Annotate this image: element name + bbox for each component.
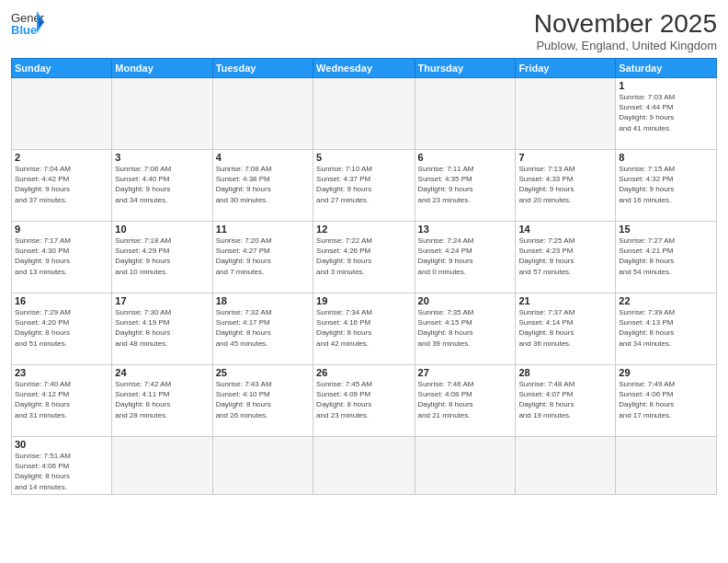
day-number: 25 (216, 367, 310, 378)
day-number: 3 (115, 152, 209, 163)
logo: General Blue (11, 9, 44, 37)
table-row: 15Sunrise: 7:27 AMSunset: 4:21 PMDayligh… (616, 222, 717, 293)
day-number: 16 (15, 295, 108, 306)
day-info: Sunrise: 7:18 AMSunset: 4:29 PMDaylight:… (115, 236, 209, 277)
table-row: 9Sunrise: 7:17 AMSunset: 4:30 PMDaylight… (12, 222, 112, 293)
day-number: 4 (216, 152, 310, 163)
day-number: 10 (115, 224, 209, 235)
table-row: 18Sunrise: 7:32 AMSunset: 4:17 PMDayligh… (212, 293, 313, 365)
day-info: Sunrise: 7:51 AMSunset: 4:06 PMDaylight:… (15, 451, 108, 492)
table-row (212, 437, 313, 495)
table-row: 26Sunrise: 7:45 AMSunset: 4:09 PMDayligh… (313, 365, 415, 437)
table-row: 28Sunrise: 7:48 AMSunset: 4:07 PMDayligh… (516, 365, 616, 437)
day-info: Sunrise: 7:20 AMSunset: 4:27 PMDaylight:… (216, 236, 310, 277)
day-number: 24 (115, 367, 209, 378)
day-info: Sunrise: 7:35 AMSunset: 4:15 PMDaylight:… (418, 307, 513, 349)
table-row: 12Sunrise: 7:22 AMSunset: 4:26 PMDayligh… (313, 222, 415, 293)
day-info: Sunrise: 7:39 AMSunset: 4:13 PMDaylight:… (619, 307, 713, 349)
table-row: 20Sunrise: 7:35 AMSunset: 4:15 PMDayligh… (415, 293, 516, 365)
day-info: Sunrise: 7:43 AMSunset: 4:10 PMDaylight:… (216, 379, 310, 420)
table-row: 23Sunrise: 7:40 AMSunset: 4:12 PMDayligh… (12, 365, 112, 437)
table-row (516, 78, 616, 150)
day-info: Sunrise: 7:08 AMSunset: 4:38 PMDaylight:… (216, 164, 310, 205)
day-number: 6 (418, 152, 513, 163)
day-number: 27 (418, 367, 513, 378)
table-row (12, 78, 112, 150)
col-sunday: Sunday (12, 59, 112, 78)
day-number: 14 (518, 224, 612, 235)
table-row: 19Sunrise: 7:34 AMSunset: 4:16 PMDayligh… (313, 293, 415, 365)
table-row: 22Sunrise: 7:39 AMSunset: 4:13 PMDayligh… (616, 293, 717, 365)
table-row: 24Sunrise: 7:42 AMSunset: 4:11 PMDayligh… (112, 365, 212, 437)
table-row (112, 78, 212, 150)
day-info: Sunrise: 7:11 AMSunset: 4:35 PMDaylight:… (418, 164, 513, 205)
day-info: Sunrise: 7:17 AMSunset: 4:30 PMDaylight:… (15, 236, 108, 277)
col-thursday: Thursday (415, 59, 516, 78)
table-row (313, 437, 415, 495)
col-tuesday: Tuesday (212, 59, 313, 78)
table-row: 16Sunrise: 7:29 AMSunset: 4:20 PMDayligh… (12, 293, 112, 365)
col-monday: Monday (112, 59, 212, 78)
header: General Blue November 2025 Publow, Engla… (11, 9, 717, 52)
table-row (616, 437, 717, 495)
table-row: 10Sunrise: 7:18 AMSunset: 4:29 PMDayligh… (112, 222, 212, 293)
month-title: November 2025 (534, 9, 717, 39)
table-row: 11Sunrise: 7:20 AMSunset: 4:27 PMDayligh… (212, 222, 313, 293)
col-wednesday: Wednesday (313, 59, 415, 78)
table-row: 3Sunrise: 7:06 AMSunset: 4:40 PMDaylight… (112, 150, 212, 222)
day-info: Sunrise: 7:22 AMSunset: 4:26 PMDaylight:… (316, 236, 411, 277)
day-info: Sunrise: 7:24 AMSunset: 4:24 PMDaylight:… (418, 236, 513, 277)
day-info: Sunrise: 7:06 AMSunset: 4:40 PMDaylight:… (115, 164, 209, 205)
location: Publow, England, United Kingdom (534, 39, 717, 52)
table-row: 25Sunrise: 7:43 AMSunset: 4:10 PMDayligh… (212, 365, 313, 437)
day-info: Sunrise: 7:48 AMSunset: 4:07 PMDaylight:… (518, 379, 612, 420)
day-number: 8 (619, 152, 713, 163)
table-row: 8Sunrise: 7:15 AMSunset: 4:32 PMDaylight… (616, 150, 717, 222)
table-row (516, 437, 616, 495)
day-info: Sunrise: 7:34 AMSunset: 4:16 PMDaylight:… (316, 307, 411, 349)
day-number: 29 (619, 367, 713, 378)
table-row: 2Sunrise: 7:04 AMSunset: 4:42 PMDaylight… (12, 150, 112, 222)
table-row: 6Sunrise: 7:11 AMSunset: 4:35 PMDaylight… (415, 150, 516, 222)
table-row (112, 437, 212, 495)
table-row: 30Sunrise: 7:51 AMSunset: 4:06 PMDayligh… (12, 437, 112, 495)
day-info: Sunrise: 7:40 AMSunset: 4:12 PMDaylight:… (15, 379, 108, 420)
day-number: 20 (418, 295, 513, 306)
table-row: 27Sunrise: 7:46 AMSunset: 4:08 PMDayligh… (415, 365, 516, 437)
calendar-table: Sunday Monday Tuesday Wednesday Thursday… (11, 58, 717, 495)
table-row: 13Sunrise: 7:24 AMSunset: 4:24 PMDayligh… (415, 222, 516, 293)
day-info: Sunrise: 7:49 AMSunset: 4:06 PMDaylight:… (619, 379, 713, 420)
day-number: 9 (15, 224, 108, 235)
day-info: Sunrise: 7:27 AMSunset: 4:21 PMDaylight:… (619, 236, 713, 277)
day-info: Sunrise: 7:13 AMSunset: 4:33 PMDaylight:… (518, 164, 612, 205)
day-info: Sunrise: 7:45 AMSunset: 4:09 PMDaylight:… (316, 379, 411, 420)
day-number: 23 (15, 367, 108, 378)
col-friday: Friday (516, 59, 616, 78)
day-number: 21 (518, 295, 612, 306)
table-row: 21Sunrise: 7:37 AMSunset: 4:14 PMDayligh… (516, 293, 616, 365)
day-info: Sunrise: 7:30 AMSunset: 4:19 PMDaylight:… (115, 307, 209, 349)
table-row: 14Sunrise: 7:25 AMSunset: 4:23 PMDayligh… (516, 222, 616, 293)
svg-text:Blue: Blue (11, 23, 37, 37)
title-section: November 2025 Publow, England, United Ki… (534, 9, 717, 52)
logo-icon: General Blue (11, 9, 44, 37)
day-number: 12 (316, 224, 411, 235)
day-info: Sunrise: 7:42 AMSunset: 4:11 PMDaylight:… (115, 379, 209, 420)
day-number: 7 (518, 152, 612, 163)
col-saturday: Saturday (616, 59, 717, 78)
day-info: Sunrise: 7:37 AMSunset: 4:14 PMDaylight:… (518, 307, 612, 349)
day-info: Sunrise: 7:46 AMSunset: 4:08 PMDaylight:… (418, 379, 513, 420)
day-number: 15 (619, 224, 713, 235)
day-number: 11 (216, 224, 310, 235)
table-row (415, 437, 516, 495)
table-row: 29Sunrise: 7:49 AMSunset: 4:06 PMDayligh… (616, 365, 717, 437)
table-row: 7Sunrise: 7:13 AMSunset: 4:33 PMDaylight… (516, 150, 616, 222)
day-info: Sunrise: 7:15 AMSunset: 4:32 PMDaylight:… (619, 164, 713, 205)
day-info: Sunrise: 7:32 AMSunset: 4:17 PMDaylight:… (216, 307, 310, 349)
day-number: 5 (316, 152, 411, 163)
day-info: Sunrise: 7:25 AMSunset: 4:23 PMDaylight:… (518, 236, 612, 277)
table-row (212, 78, 313, 150)
day-number: 1 (619, 80, 713, 91)
calendar-header-row: Sunday Monday Tuesday Wednesday Thursday… (12, 59, 717, 78)
day-number: 28 (518, 367, 612, 378)
